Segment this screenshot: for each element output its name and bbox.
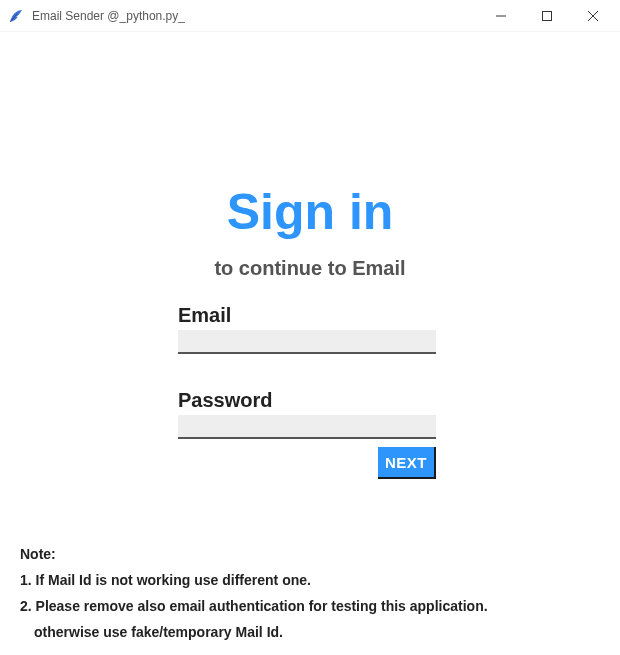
window-title: Email Sender @_python.py_ [32,9,478,23]
close-button[interactable] [570,0,616,32]
note-line-1: 1. If Mail Id is not working use differe… [20,568,600,594]
password-label: Password [178,389,436,412]
svg-rect-1 [543,11,552,20]
note-line-2: 2. Please remove also email authenticati… [20,594,600,620]
note-heading: Note: [20,542,600,568]
password-input[interactable] [178,415,436,439]
next-button[interactable]: NEXT [378,447,436,479]
minimize-button[interactable] [478,0,524,32]
window-controls [478,0,616,32]
signin-heading: Sign in [0,187,620,237]
note-line-3: otherwise use fake/temporary Mail Id. [20,620,600,646]
email-label: Email [178,304,436,327]
maximize-button[interactable] [524,0,570,32]
signin-subheading: to continue to Email [0,257,620,280]
content-area: Sign in to continue to Email Email Passw… [0,32,620,655]
note-block: Note: 1. If Mail Id is not working use d… [20,542,600,646]
feather-icon [8,8,24,24]
email-field-group: Email [178,304,436,354]
titlebar: Email Sender @_python.py_ [0,0,620,32]
email-input[interactable] [178,330,436,354]
password-field-group: Password [178,389,436,439]
